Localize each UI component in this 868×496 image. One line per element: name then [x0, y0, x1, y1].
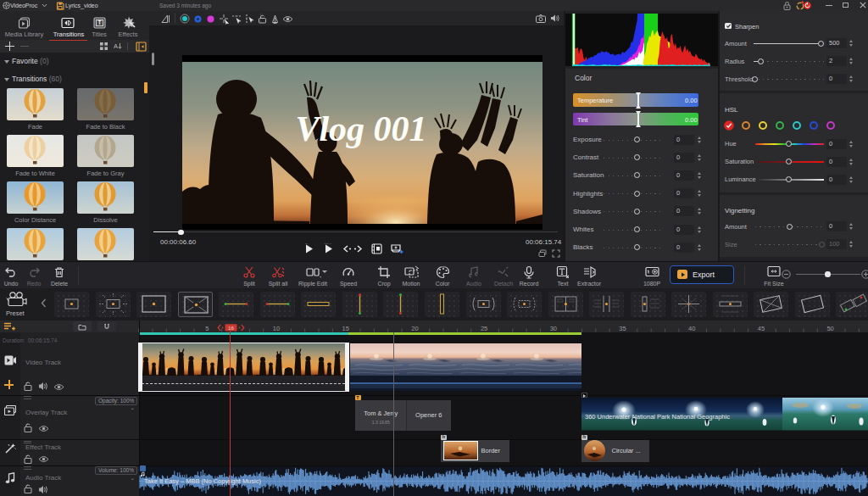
svg-text:10: 10: [273, 325, 280, 332]
svg-text:360 Underwater National Park: 360 Underwater National Park National Ge…: [585, 413, 730, 421]
svg-text:20: 20: [411, 325, 418, 332]
svg-text:16: 16: [228, 324, 234, 330]
svg-text:45: 45: [758, 325, 765, 332]
svg-text:25: 25: [481, 325, 487, 332]
svg-text:Vlog 001: Vlog 001: [295, 109, 426, 148]
svg-text:15: 15: [342, 325, 349, 332]
svg-text:5: 5: [205, 325, 209, 332]
svg-text:A: A: [114, 42, 118, 50]
svg-text:30: 30: [550, 325, 557, 332]
svg-text:40: 40: [688, 325, 695, 332]
svg-text:35: 35: [619, 325, 626, 332]
svg-text:50: 50: [826, 325, 833, 332]
svg-text:T: T: [98, 20, 102, 25]
